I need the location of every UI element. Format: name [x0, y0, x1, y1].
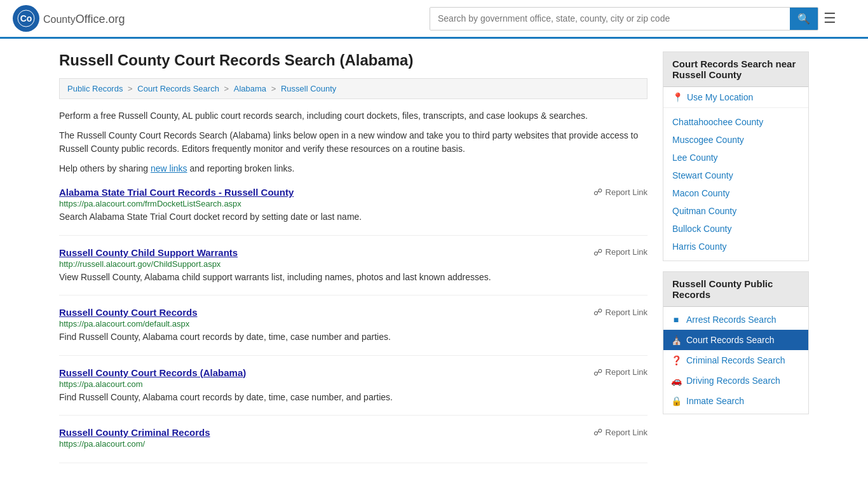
- main-wrap: Russell County Court Records Search (Ala…: [46, 39, 822, 476]
- menu-icon[interactable]: ☰: [824, 10, 836, 27]
- result-desc-3: Find Russell County, Alabama court recor…: [59, 391, 648, 404]
- result-header: Russell County Court Records (Alabama) ☍…: [59, 367, 648, 378]
- result-item: Russell County Court Records (Alabama) ☍…: [59, 367, 648, 416]
- result-link-4[interactable]: Russell County Criminal Records: [59, 427, 210, 438]
- arrest-icon: ■: [671, 315, 681, 325]
- nearby-county-1[interactable]: Muscogee County: [663, 131, 808, 149]
- result-desc-0: Search Alabama State Trial Court docket …: [59, 211, 648, 224]
- result-desc-1: View Russell County, Alabama child suppo…: [59, 271, 648, 284]
- pr-item-inmate[interactable]: 🔒 Inmate Search: [663, 391, 808, 411]
- breadcrumb-sep2: >: [224, 84, 231, 93]
- desc-para3-prefix: Help others by sharing: [59, 163, 151, 173]
- pr-item-court[interactable]: ⛪ Court Records Search: [663, 330, 808, 350]
- search-button[interactable]: 🔍: [790, 8, 818, 30]
- nearby-county-7[interactable]: Harris County: [663, 238, 808, 255]
- result-header: Russell County Criminal Records ☍ Report…: [59, 427, 648, 438]
- sidebar-public-records-title: Russell County Public Records: [663, 272, 808, 307]
- breadcrumb-sep1: >: [128, 84, 135, 93]
- search-area: 🔍 ☰: [430, 7, 836, 30]
- breadcrumb: Public Records > Court Records Search > …: [59, 78, 648, 99]
- result-url-2: https://pa.alacourt.com/default.aspx: [59, 319, 648, 329]
- report-label-3: Report Link: [606, 367, 648, 377]
- report-link-2[interactable]: ☍ Report Link: [593, 307, 648, 317]
- pr-label-court: Court Records Search: [686, 335, 775, 345]
- sidebar: Court Records Search near Russell County…: [663, 51, 809, 463]
- pr-label-driving: Driving Records Search: [686, 376, 780, 386]
- driving-icon: 🚗: [671, 376, 681, 386]
- result-header: Russell County Child Support Warrants ☍ …: [59, 247, 648, 258]
- result-title: Alabama State Trial Court Records - Russ…: [59, 187, 294, 198]
- report-label-0: Report Link: [606, 187, 648, 197]
- search-icon: 🔍: [797, 13, 810, 24]
- nearby-county-6[interactable]: Bullock County: [663, 220, 808, 238]
- report-link-3[interactable]: ☍ Report Link: [593, 367, 648, 377]
- breadcrumb-court-records[interactable]: Court Records Search: [137, 84, 219, 93]
- results: Alabama State Trial Court Records - Russ…: [59, 187, 648, 463]
- logo-icon: Co: [13, 5, 39, 32]
- inmate-icon: 🔒: [671, 396, 681, 406]
- result-title: Russell County Court Records (Alabama): [59, 367, 246, 378]
- nearby-county-5[interactable]: Quitman County: [663, 202, 808, 220]
- breadcrumb-alabama[interactable]: Alabama: [234, 84, 266, 93]
- breadcrumb-russell[interactable]: Russell County: [281, 84, 336, 93]
- result-url-3: https://pa.alacourt.com: [59, 379, 648, 389]
- report-label-1: Report Link: [606, 247, 648, 257]
- result-link-2[interactable]: Russell County Court Records: [59, 307, 198, 318]
- sidebar-nearby-title: Court Records Search near Russell County: [663, 52, 808, 87]
- result-item: Russell County Criminal Records ☍ Report…: [59, 427, 648, 463]
- report-label-4: Report Link: [606, 428, 648, 437]
- result-link-1[interactable]: Russell County Child Support Warrants: [59, 247, 238, 258]
- logo-main: County: [43, 14, 76, 25]
- logo-suffix: Office.org: [76, 13, 125, 25]
- result-link-0[interactable]: Alabama State Trial Court Records - Russ…: [59, 187, 294, 198]
- criminal-icon: ❓: [671, 355, 681, 365]
- breadcrumb-sep3: >: [271, 84, 278, 93]
- svg-text:Co: Co: [20, 13, 32, 24]
- header: Co CountyOffice.org 🔍 ☰: [0, 0, 868, 39]
- sidebar-nearby-list: Chattahoochee County Muscogee County Lee…: [663, 108, 808, 261]
- result-header: Alabama State Trial Court Records - Russ…: [59, 187, 648, 198]
- search-input-wrap: 🔍: [430, 7, 818, 30]
- nearby-county-3[interactable]: Stewart County: [663, 166, 808, 184]
- report-icon-4: ☍: [593, 427, 602, 437]
- result-header: Russell County Court Records ☍ Report Li…: [59, 307, 648, 318]
- pr-label-arrest: Arrest Records Search: [686, 315, 776, 325]
- nearby-county-4[interactable]: Macon County: [663, 184, 808, 202]
- report-label-2: Report Link: [606, 308, 648, 317]
- result-link-3[interactable]: Russell County Court Records (Alabama): [59, 367, 246, 378]
- desc-para3: Help others by sharing new links and rep…: [59, 162, 648, 175]
- use-location-label: Use My Location: [687, 92, 753, 102]
- nearby-county-2[interactable]: Lee County: [663, 149, 808, 166]
- report-icon-0: ☍: [593, 187, 602, 197]
- desc-para1: Perform a free Russell County, AL public…: [59, 109, 648, 123]
- pr-label-criminal: Criminal Records Search: [686, 355, 785, 365]
- result-item: Russell County Child Support Warrants ☍ …: [59, 247, 648, 296]
- pr-item-driving[interactable]: 🚗 Driving Records Search: [663, 370, 808, 391]
- result-item: Russell County Court Records ☍ Report Li…: [59, 307, 648, 356]
- result-url-1: http://russell.alacourt.gov/ChildSupport…: [59, 259, 648, 269]
- sidebar-nearby-section: Court Records Search near Russell County…: [663, 51, 809, 261]
- report-link-0[interactable]: ☍ Report Link: [593, 187, 648, 197]
- pr-item-criminal[interactable]: ❓ Criminal Records Search: [663, 350, 808, 370]
- result-title: Russell County Child Support Warrants: [59, 247, 238, 258]
- new-links-link[interactable]: new links: [151, 163, 187, 173]
- search-input[interactable]: [430, 8, 790, 30]
- breadcrumb-public-records[interactable]: Public Records: [67, 84, 123, 93]
- pr-item-arrest[interactable]: ■ Arrest Records Search: [663, 309, 808, 330]
- nearby-county-0[interactable]: Chattahoochee County: [663, 113, 808, 131]
- use-location-button[interactable]: 📍 Use My Location: [663, 87, 808, 108]
- report-link-4[interactable]: ☍ Report Link: [593, 427, 648, 437]
- sidebar-public-records-section: Russell County Public Records ■ Arrest R…: [663, 271, 809, 414]
- report-icon-2: ☍: [593, 307, 602, 317]
- logo-text[interactable]: CountyOffice.org: [43, 11, 125, 26]
- description: Perform a free Russell County, AL public…: [59, 109, 648, 175]
- result-desc-2: Find Russell County, Alabama court recor…: [59, 331, 648, 344]
- report-link-1[interactable]: ☍ Report Link: [593, 247, 648, 257]
- desc-para3-suffix: and reporting broken links.: [187, 163, 295, 173]
- report-icon-1: ☍: [593, 247, 602, 257]
- result-title: Russell County Court Records: [59, 307, 198, 318]
- result-item: Alabama State Trial Court Records - Russ…: [59, 187, 648, 236]
- page-title: Russell County Court Records Search (Ala…: [59, 51, 648, 69]
- court-icon: ⛪: [671, 335, 681, 345]
- result-url-4: https://pa.alacourt.com/: [59, 439, 648, 449]
